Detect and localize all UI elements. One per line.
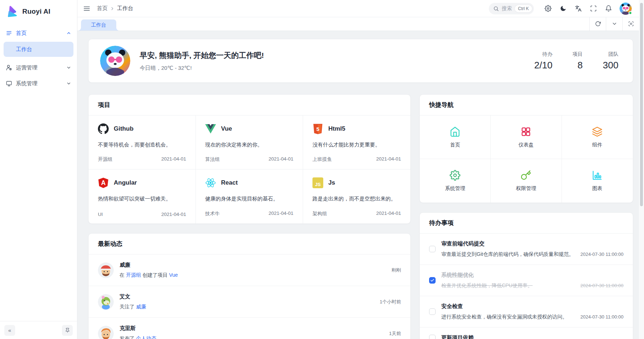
quicknav-item-dashboard[interactable]: 仪表盘 xyxy=(491,116,562,159)
tab-options-button[interactable] xyxy=(606,17,622,31)
sidebar-item-label: 运营管理 xyxy=(16,64,63,71)
welcome-card: 早安, 熊猫助手, 开始您一天的工作吧! 今日晴，20℃ - 32℃! 待办 2… xyxy=(88,39,633,83)
fullscreen-icon xyxy=(590,5,597,12)
quicknav-label: 仪表盘 xyxy=(518,142,533,148)
sidebar-item-label: 工作台 xyxy=(16,46,32,53)
app-logo[interactable]: Ruoyi AI xyxy=(0,0,77,23)
news-link[interactable]: 个人动态 xyxy=(136,335,156,339)
quicknav-item-permissions[interactable]: 权限管理 xyxy=(491,159,562,203)
todo-item-title: 系统性能优化 xyxy=(441,272,623,279)
project-date: 2021-04-01 xyxy=(376,156,401,163)
todo-item-desc: 进行系统安全检查，确保没有安全漏洞或未授权的访问。 xyxy=(441,314,576,320)
chevron-down-icon xyxy=(612,21,617,27)
todo-checkbox[interactable] xyxy=(429,335,436,339)
sidebar-item-system[interactable]: 系统管理 xyxy=(0,76,77,91)
project-date: 2021-04-01 xyxy=(161,212,186,217)
page-scrollbar[interactable] xyxy=(639,0,644,339)
sidebar-collapse-button[interactable]: « xyxy=(4,325,15,336)
news-list: 威廉 在 开源组 创建了项目 Vue 刚刚 艾文 xyxy=(89,254,410,339)
news-text: 发布了 xyxy=(120,335,136,339)
scrollbar-thumb[interactable] xyxy=(640,3,643,206)
project-desc: 健康的身体是实现目标的基石。 xyxy=(205,195,293,202)
fullscreen-button[interactable] xyxy=(587,3,599,15)
todo-list: 审查前端代码提交 审查最近提交到Git仓库的前端代码，确保代码质量和规范。 20… xyxy=(420,234,633,339)
project-group: 算法组 xyxy=(205,156,220,163)
tab-workbench[interactable]: 工作台 xyxy=(81,19,116,31)
topbar: 首页 工作台 搜索 Ctrl K xyxy=(77,0,639,17)
avatar xyxy=(98,326,114,339)
search-icon xyxy=(493,6,499,12)
todo-title: 待办事项 xyxy=(420,213,633,234)
sidebar-toggle-button[interactable] xyxy=(83,5,90,12)
svg-text:5: 5 xyxy=(316,126,319,132)
maximize-content-button[interactable] xyxy=(622,17,639,31)
sidebar-item-operations[interactable]: 运营管理 xyxy=(0,60,77,76)
project-card-angular[interactable]: A Angular 热情和欲望可以突破一切难关。 UI 2021-04-01 xyxy=(89,170,196,223)
todo-item-desc: 审查最近提交到Git仓库的前端代码，确保代码质量和规范。 xyxy=(441,251,576,258)
news-text: 在 xyxy=(120,272,126,278)
quicknav-item-system[interactable]: 系统管理 xyxy=(420,159,491,203)
html5-icon: 5 xyxy=(312,123,323,134)
project-group: 架构组 xyxy=(312,211,327,217)
project-date: 2021-04-01 xyxy=(161,156,186,163)
user-gear-icon xyxy=(6,64,12,71)
news-link[interactable]: Vue xyxy=(169,272,178,278)
todo-checkbox-checked[interactable] xyxy=(429,277,436,284)
left-column: 项目 Github 不要等待机会，而要创造机会。 xyxy=(88,94,411,339)
home-icon xyxy=(450,126,460,137)
js-icon: JS xyxy=(312,177,323,188)
notifications-button[interactable] xyxy=(602,3,614,15)
news-user-name: 艾文 xyxy=(120,293,146,300)
news-item: 克里斯 发布了 个人动态 1天前 xyxy=(89,317,410,339)
language-button[interactable] xyxy=(572,3,584,15)
news-link[interactable]: 威廉 xyxy=(136,304,146,309)
news-text: 关注了 xyxy=(120,304,136,309)
projects-grid: Github 不要等待机会，而要创造机会。 开源组 2021-04-01 xyxy=(89,116,410,223)
project-desc: 路是走出来的，而不是空想出来的。 xyxy=(312,195,401,202)
breadcrumb: 首页 工作台 xyxy=(97,5,133,12)
pin-icon xyxy=(65,327,70,333)
todo-checkbox[interactable] xyxy=(429,308,436,315)
breadcrumb-current: 工作台 xyxy=(117,5,133,12)
refresh-tab-button[interactable] xyxy=(589,17,606,31)
project-card-github[interactable]: Github 不要等待机会，而要创造机会。 开源组 2021-04-01 xyxy=(89,116,196,170)
project-group: UI xyxy=(98,212,103,217)
check-icon xyxy=(430,278,434,282)
quicknav-label: 首页 xyxy=(450,142,460,148)
breadcrumb-home[interactable]: 首页 xyxy=(97,5,108,12)
dark-mode-button[interactable] xyxy=(557,3,569,15)
project-name: Vue xyxy=(221,125,232,132)
avatar xyxy=(98,262,114,278)
search-input[interactable]: 搜索 Ctrl K xyxy=(489,3,534,14)
news-link[interactable]: 开源组 xyxy=(126,272,141,278)
news-time: 刚刚 xyxy=(392,267,401,274)
project-card-vue[interactable]: Vue 现在的你决定将来的你。 算法组 2021-04-01 xyxy=(196,116,303,170)
quicknav-card: 快捷导航 首页 xyxy=(419,94,633,203)
project-desc: 现在的你决定将来的你。 xyxy=(205,141,293,148)
projects-title: 项目 xyxy=(89,95,410,116)
todo-item-time: 2024-07-30 11:00:00 xyxy=(580,314,623,320)
news-action: 发布了 个人动态 xyxy=(120,335,156,339)
projects-card: 项目 Github 不要等待机会，而要创造机会。 xyxy=(88,94,411,224)
project-card-html5[interactable]: 5 Html5 没有什么才能比努力更重要。 上班摸鱼 2021-04-01 xyxy=(303,116,410,170)
project-desc: 不要等待机会，而要创造机会。 xyxy=(98,141,186,148)
sidebar-item-home[interactable]: 首页 xyxy=(0,25,77,41)
project-card-react[interactable]: React 健康的身体是实现目标的基石。 技术牛 2021-04-01 xyxy=(196,170,303,223)
gear-icon xyxy=(545,5,551,12)
stat-label: 项目 xyxy=(573,51,583,58)
user-avatar-button[interactable] xyxy=(620,3,632,15)
quicknav-item-home[interactable]: 首页 xyxy=(420,116,491,159)
settings-button[interactable] xyxy=(542,3,554,15)
todo-checkbox[interactable] xyxy=(429,246,436,252)
sidebar-item-label: 首页 xyxy=(16,30,63,37)
todo-item: 系统性能优化 检查并优化系统性能，降低CPU使用率。 2024-07-30 11… xyxy=(420,265,633,296)
project-desc: 没有什么才能比努力更重要。 xyxy=(312,141,401,148)
sidebar-pin-button[interactable] xyxy=(62,325,73,336)
project-name: Angular xyxy=(114,179,137,186)
quicknav-item-charts[interactable]: 图表 xyxy=(562,159,633,203)
stat-todo: 待办 2/10 xyxy=(534,51,553,71)
quicknav-item-components[interactable]: 组件 xyxy=(562,116,633,159)
chevron-up-icon xyxy=(66,31,71,36)
project-card-js[interactable]: JS Js 路是走出来的，而不是空想出来的。 架构组 2021-04-01 xyxy=(303,170,410,223)
sidebar-item-workbench[interactable]: 工作台 xyxy=(4,42,73,57)
